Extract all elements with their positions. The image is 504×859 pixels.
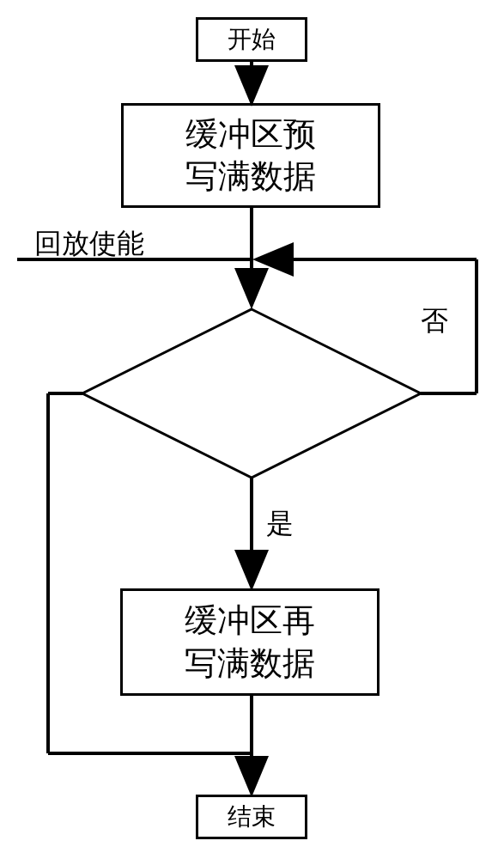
prefill-process: 缓冲区预 写满数据 xyxy=(121,103,380,208)
prefill-label: 缓冲区预 写满数据 xyxy=(185,113,316,198)
refill-label: 缓冲区再 写满数据 xyxy=(185,600,315,685)
no-label: 否 xyxy=(421,302,448,340)
yes-label: 是 xyxy=(266,505,294,543)
decision-text: 缓冲区状态为未满？ xyxy=(113,376,361,414)
end-label: 结束 xyxy=(228,801,276,833)
playback-enable-label: 回放使能 xyxy=(34,225,144,263)
start-label: 开始 xyxy=(228,23,276,56)
end-node: 结束 xyxy=(196,795,307,839)
start-node: 开始 xyxy=(196,17,307,62)
refill-process: 缓冲区再 写满数据 xyxy=(120,588,380,696)
